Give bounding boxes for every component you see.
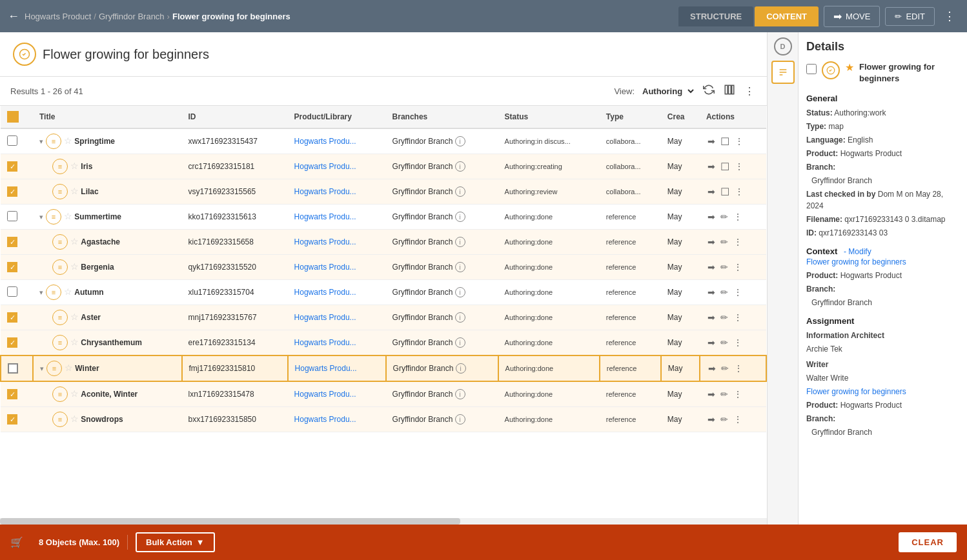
- col-title[interactable]: Title: [33, 106, 182, 128]
- row-product-link[interactable]: Hogwarts Produ...: [294, 415, 356, 424]
- row-more-action[interactable]: ⋮: [733, 135, 745, 148]
- horizontal-scrollbar[interactable]: [0, 518, 767, 525]
- row-comment-action[interactable]: ☐: [719, 159, 731, 174]
- panel-context-item-link[interactable]: Flower growing for beginners: [806, 257, 906, 266]
- row-more-action[interactable]: ⋮: [733, 160, 745, 173]
- view-select[interactable]: Authoring Publishing: [640, 86, 696, 97]
- row-edit-action[interactable]: ✏: [719, 388, 729, 401]
- row-product-link[interactable]: Hogwarts Produ...: [294, 390, 356, 399]
- row-star-icon[interactable]: ☆: [65, 363, 73, 373]
- row-checkbox-checked[interactable]: ✓: [7, 262, 17, 272]
- row-star-icon[interactable]: ☆: [70, 337, 79, 347]
- row-move-action[interactable]: ➡: [706, 261, 717, 274]
- row-more-action[interactable]: ⋮: [733, 362, 744, 375]
- row-checkbox-checked[interactable]: ✓: [7, 186, 17, 197]
- branch-info-icon[interactable]: i: [455, 414, 465, 425]
- col-product[interactable]: Product/Library: [288, 106, 386, 128]
- edit-button[interactable]: ✏ EDIT: [885, 7, 935, 26]
- row-title[interactable]: Agastache: [81, 237, 120, 246]
- row-star-icon[interactable]: ☆: [70, 161, 79, 171]
- row-star-icon[interactable]: ☆: [70, 312, 79, 322]
- row-move-action[interactable]: ➡: [706, 235, 717, 248]
- row-title[interactable]: Autumn: [74, 288, 103, 297]
- row-move-action[interactable]: ➡: [706, 388, 717, 401]
- panel-item-checkbox[interactable]: [806, 64, 817, 74]
- row-star-icon[interactable]: ☆: [70, 261, 79, 272]
- row-checkbox-unchecked[interactable]: [8, 363, 18, 374]
- row-checkbox-checked[interactable]: ✓: [7, 237, 17, 247]
- row-move-action[interactable]: ➡: [706, 135, 717, 148]
- col-branches[interactable]: Branches: [386, 106, 498, 128]
- row-title[interactable]: Summertime: [74, 212, 121, 221]
- row-more-action[interactable]: ⋮: [733, 185, 745, 198]
- row-move-action[interactable]: ➡: [706, 210, 717, 223]
- row-checkbox-checked[interactable]: ✓: [7, 389, 17, 399]
- row-title[interactable]: Aster: [81, 313, 101, 322]
- row-checkbox-checked[interactable]: ✓: [7, 414, 17, 425]
- row-star-icon[interactable]: ☆: [70, 414, 79, 424]
- branch-info-icon[interactable]: i: [456, 363, 466, 374]
- branch-info-icon[interactable]: i: [455, 161, 465, 172]
- panel-writer-context-item[interactable]: Flower growing for beginners: [806, 386, 959, 397]
- row-more-action[interactable]: ⋮: [732, 286, 744, 299]
- breadcrumb-hogwarts[interactable]: Hogwarts Product: [25, 12, 91, 21]
- table-container[interactable]: Title ID Product/Library Branches Status…: [0, 106, 767, 518]
- row-more-action[interactable]: ⋮: [732, 388, 744, 401]
- row-product-link[interactable]: Hogwarts Produ...: [294, 263, 356, 272]
- columns-button[interactable]: [722, 82, 737, 100]
- row-title[interactable]: Lilac: [81, 187, 98, 196]
- row-title[interactable]: Springtime: [74, 137, 115, 146]
- row-comment-action[interactable]: ☐: [719, 134, 731, 149]
- row-edit-action[interactable]: ✏: [720, 362, 730, 375]
- branch-info-icon[interactable]: i: [455, 237, 465, 247]
- bulk-action-button[interactable]: Bulk Action ▼: [136, 532, 215, 552]
- row-product-link[interactable]: Hogwarts Produ...: [295, 364, 357, 373]
- expand-icon[interactable]: ▾: [40, 365, 44, 372]
- row-checkbox-checked[interactable]: ✓: [7, 161, 17, 172]
- row-star-icon[interactable]: ☆: [64, 135, 72, 146]
- panel-modify-link[interactable]: - Modify: [844, 247, 871, 256]
- row-star-icon[interactable]: ☆: [64, 211, 72, 221]
- row-comment-action[interactable]: ☐: [719, 185, 731, 199]
- row-checkbox-checked[interactable]: ✓: [7, 337, 17, 348]
- row-checkbox[interactable]: [7, 286, 17, 297]
- breadcrumb-gryffindor[interactable]: Gryffindor Branch: [99, 12, 165, 21]
- branch-info-icon[interactable]: i: [455, 312, 465, 323]
- expand-icon[interactable]: ▾: [39, 213, 43, 221]
- row-edit-action[interactable]: ✏: [719, 286, 729, 299]
- row-star-icon[interactable]: ☆: [70, 186, 79, 196]
- panel-details-button[interactable]: [771, 61, 795, 84]
- panel-star-icon[interactable]: ★: [845, 61, 854, 74]
- row-edit-action[interactable]: ✏: [719, 235, 729, 248]
- row-title[interactable]: Chrysanthemum: [81, 338, 142, 347]
- branch-info-icon[interactable]: i: [455, 186, 465, 197]
- row-title[interactable]: Bergenia: [81, 263, 114, 272]
- branch-info-icon[interactable]: i: [455, 337, 465, 348]
- branch-info-icon[interactable]: i: [455, 287, 465, 297]
- row-star-icon[interactable]: ☆: [64, 286, 72, 297]
- tab-content[interactable]: CONTENT: [755, 6, 819, 26]
- move-button[interactable]: ➡ MOVE: [824, 6, 880, 27]
- branch-info-icon[interactable]: i: [455, 389, 465, 399]
- row-star-icon[interactable]: ☆: [70, 236, 79, 246]
- row-more-action[interactable]: ⋮: [732, 413, 744, 426]
- row-more-action[interactable]: ⋮: [732, 336, 744, 349]
- row-edit-action[interactable]: ✏: [719, 336, 729, 349]
- row-title[interactable]: Winter: [75, 364, 99, 373]
- col-checkbox[interactable]: [1, 106, 33, 128]
- row-move-action[interactable]: ➡: [706, 311, 717, 324]
- row-product-link[interactable]: Hogwarts Produ...: [294, 212, 356, 221]
- row-product-link[interactable]: Hogwarts Produ...: [294, 137, 356, 146]
- more-toolbar-button[interactable]: ⋮: [742, 83, 757, 99]
- clear-button[interactable]: CLEAR: [899, 532, 957, 552]
- row-edit-action[interactable]: ✏: [719, 261, 729, 274]
- row-more-action[interactable]: ⋮: [732, 311, 744, 324]
- col-type[interactable]: Type: [600, 106, 661, 128]
- row-more-action[interactable]: ⋮: [732, 261, 744, 274]
- row-title[interactable]: Iris: [81, 162, 92, 171]
- row-product-link[interactable]: Hogwarts Produ...: [294, 338, 356, 347]
- row-product-link[interactable]: Hogwarts Produ...: [294, 288, 356, 297]
- row-edit-action[interactable]: ✏: [719, 311, 729, 324]
- expand-icon[interactable]: ▾: [39, 288, 43, 296]
- row-title[interactable]: Snowdrops: [81, 415, 123, 424]
